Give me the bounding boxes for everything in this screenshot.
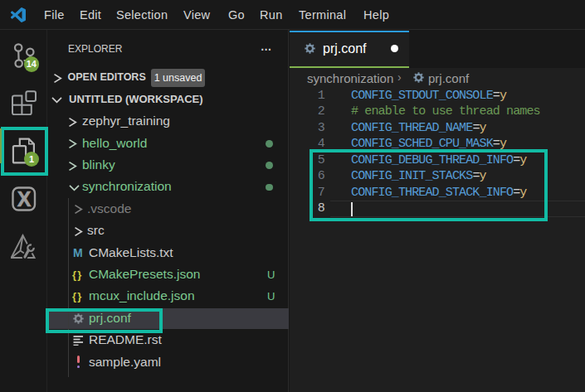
svg-text:X: X	[17, 187, 31, 211]
